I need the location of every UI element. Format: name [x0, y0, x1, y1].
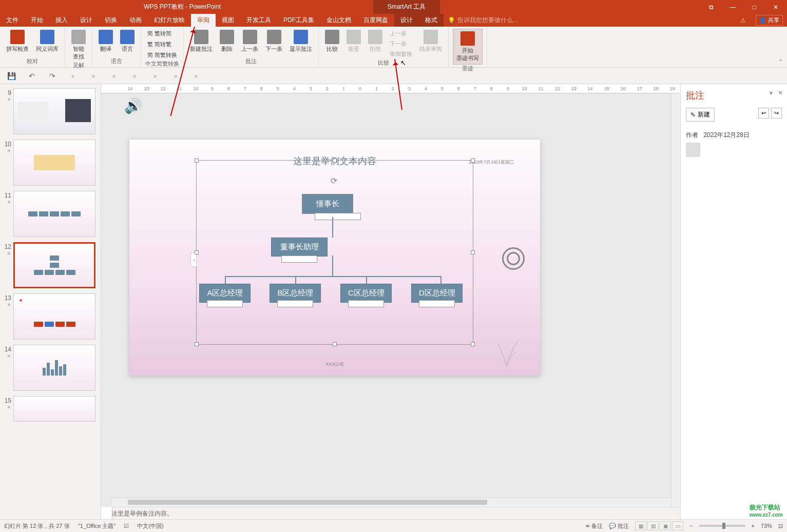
show-comments-button[interactable]: 显示批注 [287, 29, 314, 54]
status-spellcheck-icon[interactable]: ☑ [124, 523, 129, 529]
status-comments-button[interactable]: 💬 批注 [609, 522, 629, 530]
tab-pdf[interactable]: PDF工具集 [277, 14, 320, 27]
tab-review[interactable]: 审阅 [191, 14, 216, 27]
org-node-assist[interactable]: 董事长助理 [271, 238, 328, 257]
group-chinese-label: 中文简繁转换 [145, 60, 179, 68]
qat-icon-7[interactable]: ▫ [191, 71, 201, 81]
thumbnail-panel[interactable]: 9★ 10★ 11★ 12★ 13★★ 14★ 15★ [0, 84, 101, 519]
group-proofing-label: 校对 [27, 57, 38, 65]
rotate-handle-icon[interactable]: ⟳ [331, 176, 337, 186]
normal-view-icon[interactable]: ▦ [635, 521, 646, 530]
tc-to-sc-button[interactable]: 繁 简转繁 [145, 40, 179, 49]
save-icon[interactable]: 💾 [6, 71, 16, 81]
tab-transition[interactable]: 切换 [99, 14, 123, 27]
next-comment-nav[interactable]: ↪ [771, 108, 782, 119]
text-pane-toggle[interactable]: ‹ [190, 252, 197, 267]
tab-insert[interactable]: 插入 [49, 14, 74, 27]
language-button[interactable]: 语言 [118, 29, 137, 54]
comments-dropdown-icon[interactable]: ▼ [769, 90, 774, 96]
end-review-button: 结束审阅 [417, 29, 444, 54]
next-comment-button[interactable]: 下一条 [263, 29, 284, 54]
org-node-root-input[interactable] [315, 213, 361, 220]
new-comment-pane-button[interactable]: ✎ 新建 [686, 108, 715, 122]
prev-comment-button[interactable]: 上一条 [239, 29, 260, 54]
window-close-icon[interactable]: ✕ [770, 4, 782, 11]
comments-title: 批注 [686, 89, 782, 102]
delete-comment-button[interactable]: 删除 [218, 29, 236, 54]
tab-smartart-design[interactable]: 设计 [394, 14, 419, 27]
sorter-view-icon[interactable]: ▤ [647, 521, 659, 530]
notes-pane[interactable]: 这里是举例备注内容。 [101, 507, 680, 519]
qat-icon-4[interactable]: ▫ [129, 71, 140, 81]
group-ink-label: 墨迹 [462, 65, 473, 72]
org-node-d-input[interactable] [419, 300, 455, 307]
slide[interactable]: 这里是举例文本内容 2023年7月28日星期三 XXX公司 ‹ ⟳ 懂事长 [129, 140, 540, 376]
window-maximize-icon[interactable]: □ [748, 4, 760, 11]
share-button[interactable]: 👤 共享 [756, 15, 783, 26]
window-restore-icon[interactable]: ⧉ [705, 4, 717, 11]
org-node-c-input[interactable] [348, 300, 384, 307]
prev-comment-nav[interactable]: ↩ [758, 108, 769, 119]
tab-design[interactable]: 设计 [74, 14, 99, 27]
qat-icon-6[interactable]: ▫ [170, 71, 181, 81]
compare-button[interactable]: 比较 [323, 29, 341, 54]
zoom-slider[interactable] [699, 525, 745, 527]
compare-next-button: 下一条 [388, 39, 414, 49]
reading-view-icon[interactable]: ▣ [660, 521, 671, 530]
tell-me-search[interactable]: 💡告诉我您想要做什么... [444, 16, 518, 25]
undo-icon[interactable]: ↶ [27, 71, 37, 81]
qat-icon-3[interactable]: ▫ [109, 71, 119, 81]
thumbnail-15[interactable]: 15★ [2, 396, 99, 422]
vertical-scrollbar[interactable] [671, 93, 680, 507]
group-language-label: 语言 [111, 57, 122, 65]
slideshow-view-icon[interactable]: ▭ [672, 521, 683, 530]
collapse-ribbon-icon[interactable]: ⌃ [778, 58, 783, 65]
slide-canvas[interactable]: 🔊 这里是举例文本内容 2023年7月28日星期三 XXX公司 ‹ ⟳ 懂事长 [101, 93, 680, 507]
thumbnail-12[interactable]: 12★ [2, 242, 99, 288]
tab-file[interactable]: 文件 [0, 14, 25, 27]
tab-smartart-format[interactable]: 格式 [419, 14, 444, 27]
app-title: WPS PPT教程 - PowerPoint [144, 3, 221, 11]
thumbnail-13[interactable]: 13★★ [2, 293, 99, 340]
smart-lookup-button[interactable]: 智能 查找 [69, 29, 88, 62]
tab-home[interactable]: 开始 [25, 14, 49, 27]
redo-icon[interactable]: ↷ [47, 71, 57, 81]
smartart-selection[interactable]: ‹ ⟳ 懂事长 董事长助理 [196, 160, 473, 345]
tab-view[interactable]: 视图 [216, 14, 240, 27]
status-ime[interactable]: 中文(中国) [137, 522, 163, 530]
thumbnail-14[interactable]: 14★ [2, 345, 99, 391]
start-ink-button[interactable]: 开始 墨迹书写 [453, 29, 483, 65]
org-node-a-input[interactable] [207, 300, 243, 307]
thumbnail-10[interactable]: 10★ [2, 140, 99, 186]
org-node-b-input[interactable] [277, 300, 313, 307]
horizontal-scrollbar[interactable] [112, 498, 671, 507]
thumbnail-9[interactable]: 9★ [2, 88, 99, 134]
spellcheck-button[interactable]: 拼写检查 [4, 29, 31, 54]
qat-icon-2[interactable]: ▫ [88, 71, 99, 81]
lightbulb-icon: 💡 [448, 17, 455, 24]
zoom-out-icon[interactable]: − [689, 523, 693, 529]
tab-animation[interactable]: 动画 [123, 14, 148, 27]
org-node-assist-input[interactable] [281, 255, 317, 263]
sc-to-tc-button[interactable]: 简 繁转简 [145, 29, 179, 38]
zoom-in-icon[interactable]: + [752, 523, 755, 529]
status-slide-info: 幻灯片 第 12 张，共 27 张 [4, 522, 70, 530]
status-notes-button[interactable]: ≐ 备注 [585, 522, 603, 530]
close-comments-icon[interactable]: ✕ [778, 89, 783, 96]
thesaurus-button[interactable]: 同义词库 [34, 29, 61, 54]
qat-icon-5[interactable]: ▫ [150, 71, 160, 81]
tab-baidu[interactable]: 百度网盘 [357, 14, 394, 27]
tab-slideshow[interactable]: 幻灯片放映 [148, 14, 191, 27]
chinese-convert-button[interactable]: 简 简繁转换 [145, 50, 179, 60]
translate-button[interactable]: 翻译 [97, 29, 115, 54]
tab-jinshan[interactable]: 金山文档 [320, 14, 357, 27]
warning-icon: ⚠ [740, 17, 746, 24]
org-node-root[interactable]: 懂事长 [302, 194, 353, 214]
window-minimize-icon[interactable]: — [726, 4, 739, 11]
avatar-icon [686, 143, 700, 157]
zoom-level[interactable]: 73% [761, 523, 772, 529]
tab-dev[interactable]: 开发工具 [240, 14, 277, 27]
fit-to-window-icon[interactable]: ⊡ [778, 523, 783, 529]
qat-icon-1[interactable]: ▫ [68, 71, 78, 81]
thumbnail-11[interactable]: 11★ [2, 191, 99, 237]
